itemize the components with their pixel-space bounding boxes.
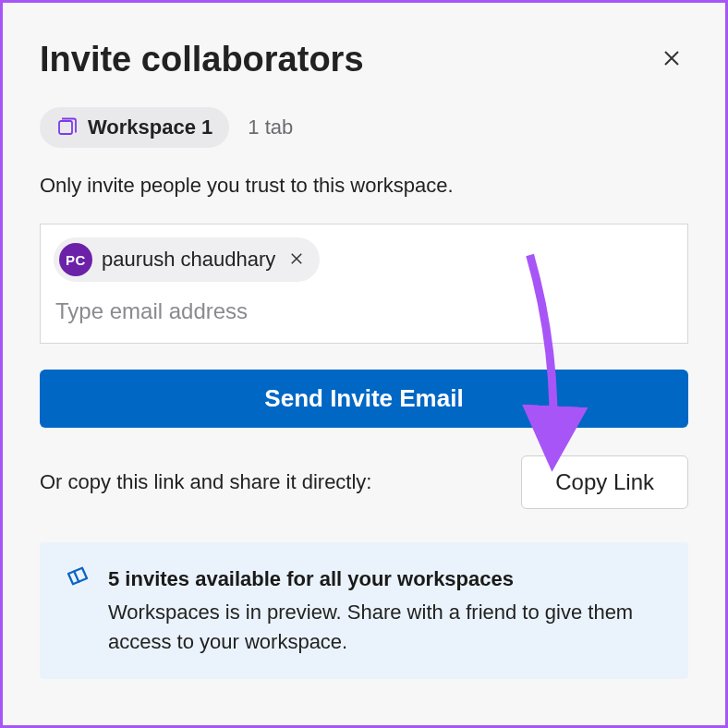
close-button[interactable]	[655, 42, 688, 78]
info-description: Workspaces is in preview. Share with a f…	[108, 598, 664, 657]
close-icon	[661, 47, 683, 72]
svg-rect-0	[59, 121, 72, 134]
tab-count-label: 1 tab	[248, 115, 293, 140]
invites-info-panel: 5 invites available for all your workspa…	[40, 542, 688, 679]
remove-invitee-button[interactable]	[285, 247, 309, 273]
email-input[interactable]	[54, 295, 674, 328]
workspace-chip[interactable]: Workspace 1	[40, 107, 229, 148]
workspace-name: Workspace 1	[88, 115, 212, 140]
invitee-name: paurush chaudhary	[102, 248, 275, 272]
avatar: PC	[59, 243, 92, 276]
send-invite-button[interactable]: Send Invite Email	[40, 370, 688, 428]
ticket-icon	[64, 564, 91, 596]
copy-link-button[interactable]: Copy Link	[521, 455, 688, 509]
trust-subtitle: Only invite people you trust to this wor…	[40, 174, 688, 198]
dialog-title: Invite collaborators	[40, 40, 364, 79]
copy-link-prompt: Or copy this link and share it directly:	[40, 470, 371, 494]
workspace-stack-icon	[56, 115, 79, 140]
info-title: 5 invites available for all your workspa…	[108, 564, 664, 594]
invitee-chip[interactable]: PC paurush chaudhary	[54, 237, 320, 282]
email-invite-box[interactable]: PC paurush chaudhary	[40, 224, 688, 344]
close-icon	[288, 250, 305, 270]
